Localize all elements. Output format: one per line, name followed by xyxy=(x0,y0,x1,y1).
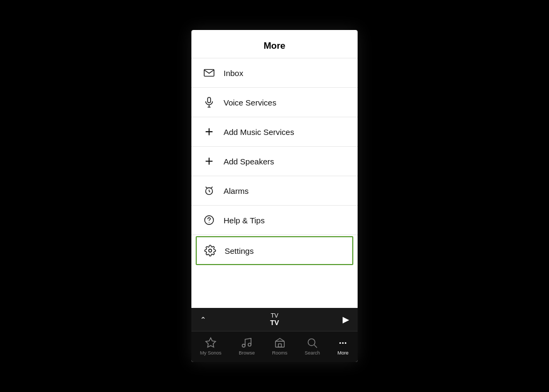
nav-item-rooms[interactable]: Rooms xyxy=(268,336,292,357)
phone-container: More Inbox Voice Serv xyxy=(191,30,358,362)
now-playing-info: TV TV xyxy=(206,312,343,327)
nav-label-browse: Browse xyxy=(239,350,255,356)
svg-marker-16 xyxy=(206,338,216,347)
alarm-icon xyxy=(202,184,216,198)
svg-point-15 xyxy=(209,249,212,252)
voice-services-label: Voice Services xyxy=(224,98,276,107)
menu-list: Inbox Voice Services Add M xyxy=(191,58,358,308)
settings-icon xyxy=(203,244,217,258)
menu-item-add-speakers[interactable]: Add Speakers xyxy=(191,147,358,176)
settings-label: Settings xyxy=(225,246,254,255)
add-music-icon xyxy=(202,125,216,139)
bottom-nav: My Sonos Browse Rooms xyxy=(191,331,358,362)
svg-rect-20 xyxy=(278,344,281,347)
alarms-label: Alarms xyxy=(224,186,249,195)
now-playing-name: TV xyxy=(206,319,343,327)
menu-item-inbox[interactable]: Inbox xyxy=(191,58,358,88)
svg-point-18 xyxy=(248,343,251,346)
help-tips-label: Help & Tips xyxy=(224,216,265,225)
music-icon xyxy=(241,337,253,349)
svg-line-22 xyxy=(315,345,317,348)
search-icon xyxy=(306,337,318,349)
now-playing-bar[interactable]: ⌃ TV TV ▶ xyxy=(191,308,358,331)
svg-rect-0 xyxy=(204,70,214,77)
svg-line-12 xyxy=(211,187,213,189)
nav-item-browse[interactable]: Browse xyxy=(234,336,259,357)
nav-label-my-sonos: My Sonos xyxy=(200,350,221,356)
add-speakers-label: Add Speakers xyxy=(224,157,274,166)
svg-line-10 xyxy=(209,191,210,192)
now-playing-source: TV xyxy=(206,312,343,319)
chevron-up-icon[interactable]: ⌃ xyxy=(200,315,206,324)
dots-icon xyxy=(337,337,349,349)
inbox-label: Inbox xyxy=(224,69,243,78)
nav-label-rooms: Rooms xyxy=(272,350,287,356)
nav-label-more: More xyxy=(338,350,349,356)
menu-item-voice-services[interactable]: Voice Services xyxy=(191,88,358,117)
header: More xyxy=(191,30,358,58)
menu-item-settings[interactable]: Settings xyxy=(196,236,353,265)
add-speakers-icon xyxy=(202,154,216,168)
nav-label-search: Search xyxy=(305,350,320,356)
add-music-label: Add Music Services xyxy=(224,127,294,137)
play-button[interactable]: ▶ xyxy=(343,314,349,325)
menu-item-add-music-services[interactable]: Add Music Services xyxy=(191,117,358,147)
svg-line-11 xyxy=(206,187,207,189)
svg-point-14 xyxy=(209,222,209,222)
mic-icon xyxy=(202,95,216,109)
rooms-icon xyxy=(274,337,286,349)
inbox-icon xyxy=(202,66,216,80)
menu-item-alarms[interactable]: Alarms xyxy=(191,176,358,206)
svg-rect-19 xyxy=(275,341,284,347)
svg-point-21 xyxy=(308,339,315,346)
nav-item-my-sonos[interactable]: My Sonos xyxy=(196,336,226,357)
menu-item-help-tips[interactable]: Help & Tips xyxy=(191,206,358,235)
svg-point-17 xyxy=(242,344,246,348)
nav-item-more[interactable]: More xyxy=(333,336,353,357)
star-icon xyxy=(205,337,217,349)
nav-item-search[interactable]: Search xyxy=(300,336,324,357)
svg-rect-1 xyxy=(207,97,211,103)
page-title: More xyxy=(264,41,286,51)
help-icon xyxy=(202,213,216,227)
